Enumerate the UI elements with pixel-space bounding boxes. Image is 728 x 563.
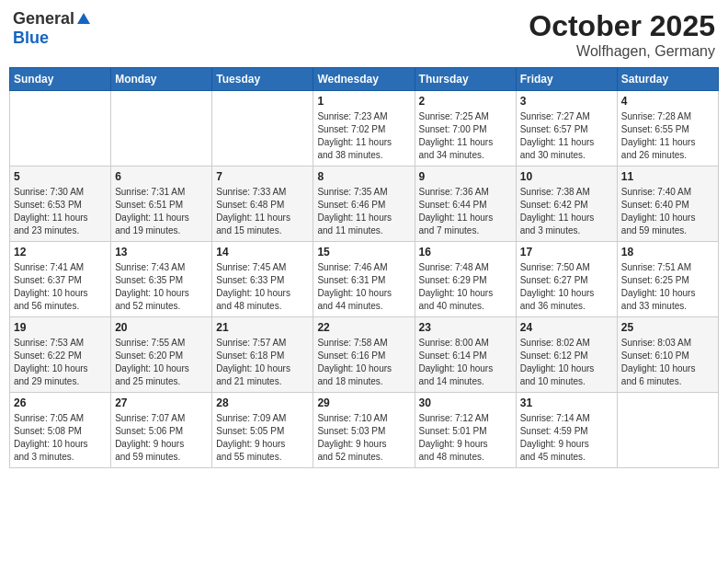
- day-number: 10: [520, 170, 613, 183]
- calendar-week-4: 19Sunrise: 7:53 AM Sunset: 6:22 PM Dayli…: [10, 317, 719, 393]
- day-info: Sunrise: 7:53 AM Sunset: 6:22 PM Dayligh…: [14, 337, 107, 388]
- day-number: 4: [621, 95, 714, 108]
- calendar-body: 1Sunrise: 7:23 AM Sunset: 7:02 PM Daylig…: [10, 91, 719, 468]
- day-number: 13: [115, 246, 208, 259]
- calendar-cell: 30Sunrise: 7:12 AM Sunset: 5:01 PM Dayli…: [415, 393, 516, 468]
- calendar-cell: 27Sunrise: 7:07 AM Sunset: 5:06 PM Dayli…: [111, 393, 212, 468]
- day-info: Sunrise: 7:14 AM Sunset: 4:59 PM Dayligh…: [520, 412, 613, 464]
- calendar-header: Sunday Monday Tuesday Wednesday Thursday…: [10, 68, 719, 91]
- calendar-cell: 5Sunrise: 7:30 AM Sunset: 6:53 PM Daylig…: [10, 167, 111, 242]
- calendar-cell: 17Sunrise: 7:50 AM Sunset: 6:27 PM Dayli…: [516, 242, 617, 317]
- col-friday: Friday: [516, 68, 617, 91]
- logo-icon: [75, 11, 92, 28]
- day-number: 22: [317, 321, 410, 334]
- day-number: 20: [115, 321, 208, 334]
- calendar-cell: [10, 91, 111, 167]
- logo-general: General: [13, 9, 74, 29]
- calendar-cell: 14Sunrise: 7:45 AM Sunset: 6:33 PM Dayli…: [212, 242, 313, 317]
- day-info: Sunrise: 7:28 AM Sunset: 6:55 PM Dayligh…: [621, 110, 714, 162]
- calendar-cell: 12Sunrise: 7:41 AM Sunset: 6:37 PM Dayli…: [10, 242, 111, 317]
- day-number: 24: [520, 321, 613, 334]
- day-number: 23: [419, 321, 512, 334]
- col-wednesday: Wednesday: [313, 68, 415, 91]
- calendar-cell: 4Sunrise: 7:28 AM Sunset: 6:55 PM Daylig…: [617, 91, 718, 167]
- month-title: October 2025: [529, 9, 715, 43]
- calendar-cell: 29Sunrise: 7:10 AM Sunset: 5:03 PM Dayli…: [313, 393, 415, 468]
- logo: General Blue: [13, 9, 92, 48]
- col-thursday: Thursday: [415, 68, 516, 91]
- calendar-cell: 1Sunrise: 7:23 AM Sunset: 7:02 PM Daylig…: [313, 91, 415, 167]
- calendar-cell: [111, 91, 212, 167]
- calendar-cell: 16Sunrise: 7:48 AM Sunset: 6:29 PM Dayli…: [415, 242, 516, 317]
- day-number: 28: [216, 396, 309, 409]
- day-number: 9: [419, 170, 512, 183]
- svg-marker-0: [77, 13, 90, 24]
- day-info: Sunrise: 7:33 AM Sunset: 6:48 PM Dayligh…: [216, 186, 309, 237]
- day-info: Sunrise: 7:35 AM Sunset: 6:46 PM Dayligh…: [317, 186, 410, 237]
- day-info: Sunrise: 7:48 AM Sunset: 6:29 PM Dayligh…: [419, 261, 512, 313]
- day-number: 30: [419, 396, 512, 409]
- day-info: Sunrise: 7:09 AM Sunset: 5:05 PM Dayligh…: [216, 412, 309, 464]
- day-info: Sunrise: 7:41 AM Sunset: 6:37 PM Dayligh…: [14, 261, 107, 313]
- col-sunday: Sunday: [10, 68, 111, 91]
- day-number: 2: [419, 95, 512, 108]
- calendar-cell: 25Sunrise: 8:03 AM Sunset: 6:10 PM Dayli…: [617, 317, 718, 393]
- day-number: 21: [216, 321, 309, 334]
- day-info: Sunrise: 7:36 AM Sunset: 6:44 PM Dayligh…: [419, 186, 512, 237]
- day-number: 27: [115, 396, 208, 409]
- day-info: Sunrise: 7:25 AM Sunset: 7:00 PM Dayligh…: [419, 110, 512, 162]
- calendar-cell: 3Sunrise: 7:27 AM Sunset: 6:57 PM Daylig…: [516, 91, 617, 167]
- day-number: 12: [14, 246, 107, 259]
- day-info: Sunrise: 7:27 AM Sunset: 6:57 PM Dayligh…: [520, 110, 613, 162]
- day-number: 19: [14, 321, 107, 334]
- day-info: Sunrise: 7:46 AM Sunset: 6:31 PM Dayligh…: [317, 261, 410, 313]
- day-info: Sunrise: 7:40 AM Sunset: 6:40 PM Dayligh…: [621, 186, 714, 237]
- calendar-cell: 13Sunrise: 7:43 AM Sunset: 6:35 PM Dayli…: [111, 242, 212, 317]
- day-info: Sunrise: 7:55 AM Sunset: 6:20 PM Dayligh…: [115, 337, 208, 388]
- calendar-cell: 20Sunrise: 7:55 AM Sunset: 6:20 PM Dayli…: [111, 317, 212, 393]
- day-info: Sunrise: 8:00 AM Sunset: 6:14 PM Dayligh…: [419, 337, 512, 388]
- day-number: 26: [14, 396, 107, 409]
- page-header: General Blue October 2025 Wolfhagen, Ger…: [9, 9, 719, 60]
- day-info: Sunrise: 7:12 AM Sunset: 5:01 PM Dayligh…: [419, 412, 512, 464]
- day-info: Sunrise: 7:30 AM Sunset: 6:53 PM Dayligh…: [14, 186, 107, 237]
- calendar-cell: 19Sunrise: 7:53 AM Sunset: 6:22 PM Dayli…: [10, 317, 111, 393]
- day-number: 25: [621, 321, 714, 334]
- title-block: October 2025 Wolfhagen, Germany: [529, 9, 715, 60]
- col-monday: Monday: [111, 68, 212, 91]
- day-number: 5: [14, 170, 107, 183]
- day-info: Sunrise: 7:07 AM Sunset: 5:06 PM Dayligh…: [115, 412, 208, 464]
- calendar-cell: 22Sunrise: 7:58 AM Sunset: 6:16 PM Dayli…: [313, 317, 415, 393]
- day-info: Sunrise: 7:51 AM Sunset: 6:25 PM Dayligh…: [621, 261, 714, 313]
- calendar-table: Sunday Monday Tuesday Wednesday Thursday…: [9, 67, 719, 468]
- calendar-cell: [617, 393, 718, 468]
- day-number: 31: [520, 396, 613, 409]
- calendar-cell: 28Sunrise: 7:09 AM Sunset: 5:05 PM Dayli…: [212, 393, 313, 468]
- calendar-cell: 7Sunrise: 7:33 AM Sunset: 6:48 PM Daylig…: [212, 167, 313, 242]
- day-info: Sunrise: 7:43 AM Sunset: 6:35 PM Dayligh…: [115, 261, 208, 313]
- day-number: 14: [216, 246, 309, 259]
- col-saturday: Saturday: [617, 68, 718, 91]
- calendar-cell: 15Sunrise: 7:46 AM Sunset: 6:31 PM Dayli…: [313, 242, 415, 317]
- logo-blue: Blue: [13, 29, 49, 47]
- calendar-week-1: 1Sunrise: 7:23 AM Sunset: 7:02 PM Daylig…: [10, 91, 719, 167]
- header-row: Sunday Monday Tuesday Wednesday Thursday…: [10, 68, 719, 91]
- calendar-week-2: 5Sunrise: 7:30 AM Sunset: 6:53 PM Daylig…: [10, 167, 719, 242]
- day-info: Sunrise: 7:50 AM Sunset: 6:27 PM Dayligh…: [520, 261, 613, 313]
- day-info: Sunrise: 7:05 AM Sunset: 5:08 PM Dayligh…: [14, 412, 107, 464]
- calendar-cell: [212, 91, 313, 167]
- day-number: 6: [115, 170, 208, 183]
- day-number: 3: [520, 95, 613, 108]
- location-title: Wolfhagen, Germany: [529, 43, 715, 60]
- calendar-cell: 2Sunrise: 7:25 AM Sunset: 7:00 PM Daylig…: [415, 91, 516, 167]
- calendar-cell: 11Sunrise: 7:40 AM Sunset: 6:40 PM Dayli…: [617, 167, 718, 242]
- day-info: Sunrise: 7:45 AM Sunset: 6:33 PM Dayligh…: [216, 261, 309, 313]
- calendar-week-5: 26Sunrise: 7:05 AM Sunset: 5:08 PM Dayli…: [10, 393, 719, 468]
- day-number: 7: [216, 170, 309, 183]
- day-info: Sunrise: 8:02 AM Sunset: 6:12 PM Dayligh…: [520, 337, 613, 388]
- col-tuesday: Tuesday: [212, 68, 313, 91]
- calendar-cell: 26Sunrise: 7:05 AM Sunset: 5:08 PM Dayli…: [10, 393, 111, 468]
- day-info: Sunrise: 7:23 AM Sunset: 7:02 PM Dayligh…: [317, 110, 410, 162]
- day-number: 29: [317, 396, 410, 409]
- calendar-cell: 24Sunrise: 8:02 AM Sunset: 6:12 PM Dayli…: [516, 317, 617, 393]
